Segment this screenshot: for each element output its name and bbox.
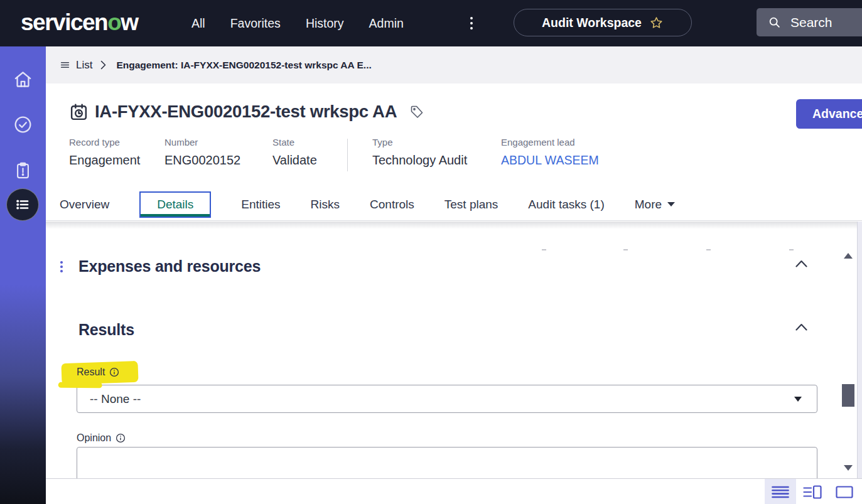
- divider-dash: [706, 249, 711, 250]
- caret-down-icon: [667, 202, 675, 206]
- tab-overview[interactable]: Overview: [60, 191, 109, 218]
- workspace-name: Audit Workspace: [542, 16, 642, 30]
- section-title: Expenses and resources: [78, 257, 261, 276]
- breadcrumb-list-link[interactable]: List: [60, 59, 92, 72]
- logo-green-o: o: [107, 9, 121, 35]
- logo-text-end: w: [121, 9, 137, 35]
- section-title: Results: [78, 321, 134, 339]
- chevron-up-icon: [795, 323, 808, 331]
- breadcrumb-current: Engagement: IA-FYXX-ENG0020152-test wrks…: [116, 60, 371, 71]
- tab-risks[interactable]: Risks: [311, 191, 340, 218]
- engagement-lead-link[interactable]: ABDUL WASEEM: [501, 153, 599, 168]
- field-state: State Validate: [272, 137, 317, 168]
- field-label: Number: [164, 137, 240, 147]
- info-icon[interactable]: [116, 433, 126, 443]
- divider-dash: [623, 249, 628, 250]
- field-type: Type Technology Audit: [372, 137, 467, 168]
- tab-entities[interactable]: Entities: [241, 191, 280, 218]
- record-title-row: IA-FYXX-ENG0020152-test wrkspc AA: [69, 102, 424, 122]
- tasks-check-circle-icon[interactable]: [0, 104, 46, 144]
- tab-test-plans[interactable]: Test plans: [444, 191, 498, 218]
- details-tab-content: Expenses and resources Results Result --…: [46, 222, 857, 478]
- record-header: IA-FYXX-ENG0020152-test wrkspc AA Advanc…: [46, 83, 862, 221]
- card-view-icon: [835, 485, 854, 499]
- split-view-button[interactable]: [797, 479, 828, 504]
- nav-admin[interactable]: Admin: [369, 16, 404, 31]
- engagement-calendar-icon: [69, 102, 89, 122]
- list-view-icon: [772, 485, 789, 499]
- field-label: Type: [372, 137, 467, 147]
- nav-all[interactable]: All: [191, 16, 205, 31]
- scroll-up-arrow[interactable]: [844, 253, 853, 259]
- page-title: IA-FYXX-ENG0020152-test wrkspc AA: [95, 102, 397, 122]
- logo-text: servicen: [21, 9, 107, 35]
- drag-handle-icon[interactable]: [60, 261, 63, 275]
- caret-down-icon: [794, 397, 802, 402]
- result-label-text: Result: [77, 367, 105, 378]
- field-value: Validate: [272, 153, 317, 168]
- view-toggle-bar: [46, 478, 862, 504]
- list-view-button[interactable]: [765, 479, 796, 504]
- app-sidebar: [0, 46, 46, 504]
- top-header: servicenow All Favorites History Admin A…: [0, 0, 862, 46]
- chevron-up-icon: [795, 259, 808, 268]
- field-label: Record type: [69, 137, 140, 147]
- tab-more[interactable]: More: [635, 191, 675, 218]
- tag-icon[interactable]: [409, 104, 424, 119]
- search-placeholder: Search: [790, 15, 832, 30]
- breadcrumb: List Engagement: IA-FYXX-ENG0020152-test…: [46, 46, 862, 83]
- tab-details[interactable]: Details: [139, 191, 211, 218]
- field-value: ENG0020152: [164, 153, 240, 168]
- divider-dash: [789, 249, 794, 250]
- audit-workspace-screen: servicenow All Favorites History Admin A…: [0, 0, 862, 504]
- chevron-right-icon: [100, 60, 106, 70]
- servicenow-logo[interactable]: servicenow: [21, 9, 138, 36]
- advance-button[interactable]: Advance: [796, 99, 862, 129]
- field-value: Technology Audit: [372, 153, 467, 168]
- split-view-icon: [803, 485, 822, 499]
- field-label: Engagement lead: [501, 137, 599, 147]
- breadcrumb-list-label: List: [76, 59, 92, 72]
- card-view-button[interactable]: [829, 479, 860, 504]
- scrollbar-thumb[interactable]: [842, 384, 854, 407]
- home-icon[interactable]: [0, 59, 46, 99]
- field-engagement-lead: Engagement lead ABDUL WASEEM: [501, 137, 599, 168]
- section-results: Results: [46, 321, 857, 342]
- field-label: State: [272, 137, 317, 147]
- field-value: Engagement: [69, 153, 140, 168]
- result-field-label: Result: [77, 367, 119, 378]
- divider-dash: [542, 249, 546, 250]
- record-fields: Record type Engagement Number ENG0020152…: [46, 137, 862, 178]
- scroll-down-arrow[interactable]: [844, 465, 853, 471]
- more-options-kebab-icon[interactable]: [466, 14, 477, 33]
- favorite-star-icon[interactable]: [649, 16, 664, 30]
- tab-more-label: More: [635, 198, 662, 212]
- field-divider: [347, 139, 348, 171]
- tab-controls[interactable]: Controls: [370, 191, 414, 218]
- record-tabs: Overview Details Entities Risks Controls…: [46, 188, 862, 221]
- section-expenses-and-resources: Expenses and resources: [46, 257, 857, 279]
- nav-favorites[interactable]: Favorites: [230, 16, 281, 31]
- result-select[interactable]: -- None --: [77, 385, 817, 413]
- top-navigation: All Favorites History Admin: [191, 0, 404, 46]
- clipboard-alert-icon[interactable]: [0, 150, 46, 190]
- collapse-section-button[interactable]: [795, 323, 808, 333]
- nav-history[interactable]: History: [306, 16, 344, 31]
- field-record-type: Record type Engagement: [69, 137, 140, 168]
- info-icon[interactable]: [109, 367, 119, 377]
- list-menu-icon-active[interactable]: [6, 188, 39, 221]
- tab-audit-tasks[interactable]: Audit tasks (1): [528, 191, 604, 218]
- collapse-section-button[interactable]: [795, 259, 808, 270]
- search-icon: [768, 16, 782, 29]
- right-panel-strip: [857, 222, 862, 478]
- opinion-field-label: Opinion: [77, 432, 126, 444]
- workspace-switcher-button[interactable]: Audit Workspace: [514, 9, 692, 36]
- field-number: Number ENG0020152: [164, 137, 240, 168]
- result-selected-value: -- None --: [90, 392, 794, 406]
- list-icon: [60, 60, 70, 70]
- opinion-textarea[interactable]: [77, 447, 817, 478]
- opinion-label-text: Opinion: [77, 432, 111, 444]
- global-search-input[interactable]: Search: [757, 8, 862, 36]
